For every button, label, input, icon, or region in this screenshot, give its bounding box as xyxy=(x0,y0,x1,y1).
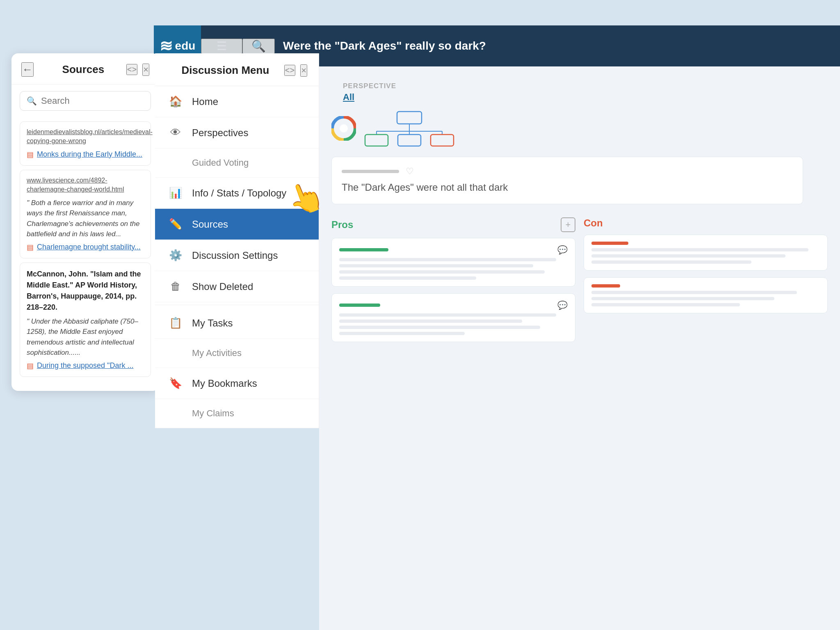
comment-icon-2: 💬 xyxy=(557,300,568,310)
arg-line-c1b xyxy=(591,254,785,258)
menu-label-show-deleted: Show Deleted xyxy=(192,281,253,292)
arg-line-1d xyxy=(339,276,476,280)
arg-line-1c xyxy=(339,270,545,274)
source-url-1[interactable]: leidenmedievalistsblog.nl/articles/medie… xyxy=(27,128,144,146)
menu-label-sources: Sources xyxy=(192,219,228,230)
perspective-icons-row xyxy=(331,110,828,147)
perspective-label: PERSPECTIVE xyxy=(343,82,816,90)
main-area: PERSPECTIVE All xyxy=(319,66,840,630)
menu-label-info-stats: Info / Stats / Topology xyxy=(192,187,286,199)
arg-line-1b xyxy=(339,264,533,267)
menu-item-home[interactable]: 🏠 Home xyxy=(155,86,319,117)
source-card-3: McCannon, John. "Islam and the Middle Ea… xyxy=(20,262,151,377)
arg-bar-row-con-1 xyxy=(591,242,820,245)
org-chart-icon xyxy=(364,110,454,147)
sources-icon: ✏️ xyxy=(168,218,183,231)
argument-card-con-2 xyxy=(584,277,828,313)
source-link-icon-1: ▤ xyxy=(27,150,34,159)
hamburger-button[interactable]: ☰ xyxy=(201,39,242,54)
svg-rect-2 xyxy=(397,112,422,124)
arg-line-2a xyxy=(339,313,556,317)
arg-line-c1a xyxy=(591,248,808,251)
menu-label-discussion-settings: Discussion Settings xyxy=(192,250,278,261)
source-link-row-3: ▤ During the supposed "Dark ... xyxy=(27,361,144,371)
menu-label-guided-voting: Guided Voting xyxy=(192,158,249,168)
arg-bar-row-con-2 xyxy=(591,284,820,288)
menu-item-sources[interactable]: ✏️ Sources xyxy=(155,209,319,240)
arg-line-c2b xyxy=(591,297,774,300)
source-url-2[interactable]: www.livescience.com/4892-charlemagne-cha… xyxy=(27,176,144,194)
add-pro-button[interactable]: + xyxy=(561,217,575,232)
menu-label-my-activities: My Activities xyxy=(192,348,242,358)
menu-item-my-tasks[interactable]: 📋 My Tasks xyxy=(155,308,319,339)
menu-code-button[interactable]: <> xyxy=(284,65,295,76)
menu-item-show-deleted[interactable]: 🗑 Show Deleted xyxy=(155,271,319,302)
pros-column: Pros + 💬 xyxy=(331,213,575,349)
settings-icon: ⚙️ xyxy=(168,249,183,262)
rating-bar-row: ♡ xyxy=(342,166,793,177)
sources-panel: ← Sources <> × 🔍 leidenmedievalistsblog.… xyxy=(11,53,159,391)
argument-card-pro-2: 💬 xyxy=(331,293,575,342)
heart-icon[interactable]: ♡ xyxy=(406,166,414,177)
source-link-icon-2: ▤ xyxy=(27,243,34,252)
source-link-icon-3: ▤ xyxy=(27,361,34,370)
bookmarks-icon: 🔖 xyxy=(168,377,183,390)
menu-item-info-stats[interactable]: 📊 Info / Stats / Topology xyxy=(155,178,319,209)
discussion-card: ♡ The "Dark Ages" were not all that dark xyxy=(331,157,803,204)
source-card-2: www.livescience.com/4892-charlemagne-cha… xyxy=(20,170,151,258)
logo-icon: ≋ xyxy=(160,37,172,55)
source-link-row-2: ▤ Charlemagne brought stability... xyxy=(27,242,144,252)
home-icon: 🏠 xyxy=(168,95,183,108)
cons-label: Con xyxy=(584,217,603,229)
menu-item-my-claims[interactable]: My Claims xyxy=(155,399,319,428)
cons-column: Con xyxy=(584,213,828,349)
pros-cons-row: Pros + 💬 xyxy=(331,213,828,349)
sources-close-button[interactable]: × xyxy=(142,64,149,76)
arg-bar-green-2 xyxy=(339,304,380,307)
sources-code-button[interactable]: <> xyxy=(126,64,137,75)
perspectives-icon: 👁 xyxy=(168,126,183,139)
perspective-wheel-icon xyxy=(331,116,356,141)
tasks-icon: 📋 xyxy=(168,317,183,329)
source-link-1[interactable]: Monks during the Early Middle... xyxy=(37,149,142,160)
rating-bar xyxy=(342,170,399,173)
perspective-all[interactable]: All xyxy=(343,92,816,103)
arg-line-2b xyxy=(339,320,522,323)
pros-label: Pros xyxy=(331,219,353,231)
menu-close-button[interactable]: × xyxy=(300,64,307,77)
arg-line-c2c xyxy=(591,303,740,306)
nav-search-button[interactable]: 🔍 xyxy=(242,39,275,54)
logo-text: edu xyxy=(175,39,196,52)
svg-rect-10 xyxy=(431,135,454,146)
source-link-3[interactable]: During the supposed "Dark ... xyxy=(37,361,134,371)
pros-header: Pros + xyxy=(331,213,575,238)
menu-item-guided-voting[interactable]: Guided Voting xyxy=(155,148,319,178)
sources-back-button[interactable]: ← xyxy=(21,62,34,77)
menu-item-my-bookmarks[interactable]: 🔖 My Bookmarks xyxy=(155,368,319,399)
arg-line-c1c xyxy=(591,260,751,264)
menu-label-home: Home xyxy=(192,96,218,107)
argument-card-pro-1: 💬 xyxy=(331,238,575,287)
svg-point-1 xyxy=(340,124,348,132)
menu-panel-title: Discussion Menu xyxy=(167,64,284,77)
sources-search-wrap: 🔍 xyxy=(11,84,159,117)
comment-icon-1: 💬 xyxy=(557,245,568,255)
sources-search-box: 🔍 xyxy=(20,91,151,111)
svg-rect-8 xyxy=(365,135,388,146)
menu-item-discussion-settings[interactable]: ⚙️ Discussion Settings xyxy=(155,240,319,271)
source-link-2[interactable]: Charlemagne brought stability... xyxy=(37,242,141,252)
arg-bar-red-2 xyxy=(591,284,620,288)
arg-line-1a xyxy=(339,258,556,261)
arg-line-2c xyxy=(339,326,540,329)
source-quote-2: " Both a fierce warrior and in many ways… xyxy=(27,198,144,240)
sources-search-input[interactable] xyxy=(41,96,144,106)
info-stats-icon: 📊 xyxy=(168,187,183,199)
menu-panel-header: Discussion Menu <> × xyxy=(155,53,319,86)
source-card-1: leidenmedievalistsblog.nl/articles/medie… xyxy=(20,121,151,166)
menu-item-my-activities[interactable]: My Activities xyxy=(155,339,319,368)
menu-item-perspectives[interactable]: 👁 Perspectives xyxy=(155,117,319,148)
sources-panel-title: Sources xyxy=(40,63,126,76)
perspective-bar: PERSPECTIVE All xyxy=(331,75,828,103)
menu-label-my-claims: My Claims xyxy=(192,408,234,419)
search-icon: 🔍 xyxy=(27,96,37,106)
